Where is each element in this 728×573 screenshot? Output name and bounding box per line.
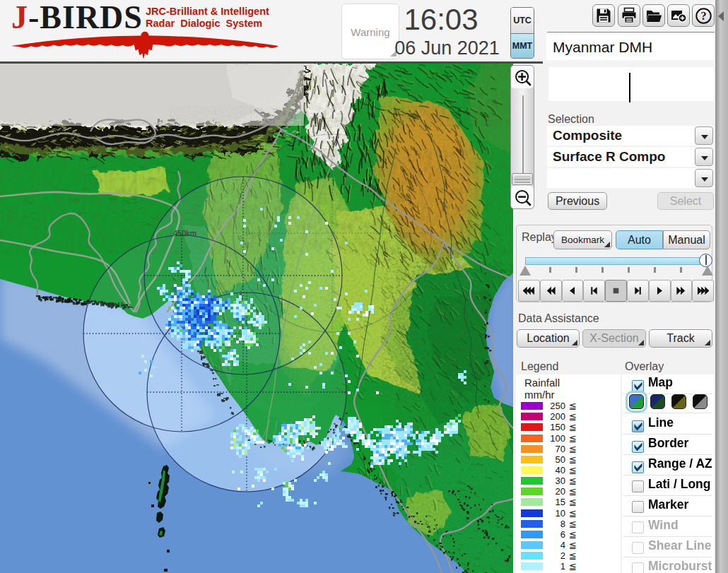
svg-text:450km: 450km [173, 229, 196, 237]
svg-text:?: ? [700, 10, 706, 22]
